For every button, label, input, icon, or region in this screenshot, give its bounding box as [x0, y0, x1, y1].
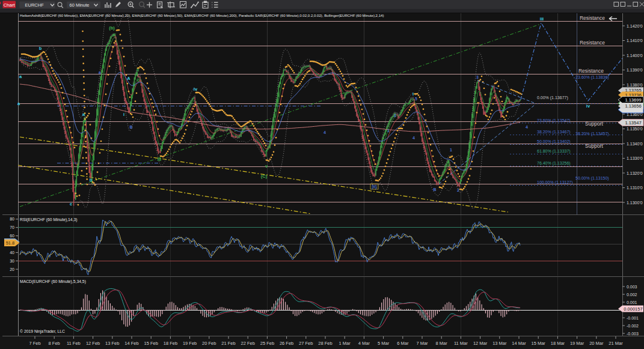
svg-text:30: 30: [10, 259, 14, 263]
svg-text:1: 1: [450, 148, 452, 152]
svg-text:76.40% (1.13256): 76.40% (1.13256): [537, 161, 571, 166]
svg-text:4: 4: [412, 136, 415, 140]
svg-text:19 Feb: 19 Feb: [183, 341, 197, 346]
svg-text:c: c: [137, 77, 140, 83]
svg-text:12 Feb: 12 Feb: [86, 341, 100, 346]
svg-text:1.1330'0: 1.1330'0: [627, 156, 643, 160]
svg-text:1.1380'0: 1.1380'0: [627, 83, 643, 87]
svg-text:Resistance: Resistance: [578, 68, 604, 74]
svg-text:22 Feb: 22 Feb: [241, 341, 255, 346]
svg-text:4 Mar: 4 Mar: [358, 341, 370, 346]
svg-text:1.1340'0: 1.1340'0: [627, 142, 643, 146]
svg-text:2: 2: [457, 188, 459, 192]
svg-text:-0.002: -0.002: [627, 324, 639, 328]
svg-text:1.13656: 1.13656: [625, 103, 641, 109]
svg-text:23.60% (1.13547): 23.60% (1.13547): [537, 118, 571, 123]
svg-text:i: i: [123, 112, 124, 117]
svg-text:80: 80: [10, 217, 14, 221]
svg-text:b: b: [39, 46, 42, 51]
svg-text:iii: iii: [158, 157, 161, 162]
svg-text:1.1410'0: 1.1410'0: [627, 38, 643, 43]
svg-text:Resistance: Resistance: [580, 15, 605, 21]
svg-text:18 Feb: 18 Feb: [164, 341, 177, 346]
svg-text:51.8: 51.8: [6, 240, 15, 246]
svg-text:40: 40: [10, 250, 14, 255]
svg-text:A: A: [127, 76, 130, 81]
svg-text:4: 4: [526, 125, 528, 129]
svg-text:c: c: [114, 32, 116, 37]
svg-text:4: 4: [324, 130, 326, 135]
svg-text:MACD(EURCHF (60 Minute),5,34,5: MACD(EURCHF (60 Minute),5,34,5): [20, 279, 86, 284]
svg-text:-0.001: -0.001: [627, 316, 639, 320]
svg-text:21 Feb: 21 Feb: [221, 341, 235, 346]
svg-text:Support: Support: [585, 121, 603, 127]
svg-text:B: B: [433, 187, 436, 192]
svg-text:1.1390'0: 1.1390'0: [627, 68, 643, 72]
svg-text:a: a: [99, 70, 101, 74]
svg-text:50.00% (1.13150): 50.00% (1.13150): [575, 176, 609, 181]
svg-text:1: 1: [387, 129, 390, 133]
svg-text:1.1300'0: 1.1300'0: [627, 201, 643, 205]
svg-text:15 Feb: 15 Feb: [144, 341, 158, 346]
svg-text:7 Feb: 7 Feb: [29, 341, 40, 346]
svg-text:b: b: [90, 177, 93, 183]
svg-text:HeikenAshi8(EURCHF (60 Minute): HeikenAshi8(EURCHF (60 Minute)), EMA(EUR…: [20, 13, 384, 17]
svg-text:(C): (C): [261, 174, 268, 179]
svg-text:5 Mar: 5 Mar: [378, 341, 390, 346]
svg-text:0.003: 0.003: [627, 285, 637, 289]
svg-text:1.1310'0: 1.1310'0: [627, 186, 643, 190]
svg-text:0.002: 0.002: [627, 293, 637, 297]
svg-text:3: 3: [394, 114, 396, 118]
svg-text:20 Mar: 20 Mar: [589, 341, 604, 346]
svg-text:i: i: [412, 91, 414, 97]
svg-text:3: 3: [476, 75, 479, 79]
svg-text:14 Mar: 14 Mar: [512, 341, 526, 346]
svg-text:20: 20: [10, 267, 14, 272]
svg-text:Chart: Chart: [4, 2, 16, 8]
svg-text:100.00% (1.13127): 100.00% (1.13127): [537, 180, 573, 185]
svg-text:Support: Support: [585, 143, 603, 149]
svg-text:8 Feb: 8 Feb: [49, 341, 60, 346]
svg-text:20 Feb: 20 Feb: [202, 341, 216, 346]
svg-text:iii: iii: [540, 16, 544, 22]
svg-text:1 Mar: 1 Mar: [339, 341, 351, 346]
svg-text:c: c: [70, 201, 72, 207]
svg-text:11 Feb: 11 Feb: [67, 341, 81, 346]
svg-text:13 Feb: 13 Feb: [105, 341, 119, 346]
svg-text:13 Mar: 13 Mar: [492, 341, 507, 346]
svg-text:iv: iv: [194, 86, 198, 92]
svg-text:27 Feb: 27 Feb: [299, 341, 313, 346]
svg-text:14 Feb: 14 Feb: [124, 341, 138, 346]
svg-text:5: 5: [415, 97, 417, 101]
svg-text:8 Mar: 8 Mar: [436, 341, 448, 346]
svg-text:ii: ii: [136, 67, 139, 73]
svg-text:1.1350'0: 1.1350'0: [627, 127, 643, 131]
svg-text:7 Mar: 7 Mar: [416, 341, 428, 346]
svg-text:25 Feb: 25 Feb: [260, 341, 274, 346]
svg-text:-0.003: -0.003: [627, 332, 639, 336]
svg-text:38.20% (1.13457): 38.20% (1.13457): [575, 132, 609, 136]
svg-text:(b): (b): [109, 25, 115, 31]
svg-text:38.20% (1.13467): 38.20% (1.13467): [537, 130, 571, 135]
svg-text:1.13547: 1.13547: [625, 120, 641, 126]
svg-text:26 Feb: 26 Feb: [280, 341, 293, 346]
svg-text:1.1320'0: 1.1320'0: [627, 171, 643, 175]
svg-text:EURCHF: EURCHF: [25, 2, 44, 8]
svg-text:12 Mar: 12 Mar: [473, 341, 488, 346]
svg-text:RSI(EURCHF (60 Minute),14,3): RSI(EURCHF (60 Minute),14,3): [20, 217, 78, 222]
svg-text:15 Mar: 15 Mar: [532, 341, 546, 346]
svg-text:Resistance: Resistance: [580, 40, 605, 46]
svg-text:28 Feb: 28 Feb: [318, 341, 332, 346]
svg-text:B: B: [129, 125, 132, 129]
svg-text:60: 60: [10, 234, 14, 238]
svg-text:21 Mar: 21 Mar: [609, 341, 623, 346]
svg-text:70: 70: [10, 225, 14, 229]
svg-text:18 Mar: 18 Mar: [551, 341, 565, 346]
svg-text:0.001: 0.001: [627, 300, 637, 305]
svg-text:0.00% (1.13677): 0.00% (1.13677): [537, 96, 568, 100]
svg-text:6 Mar: 6 Mar: [397, 341, 409, 346]
svg-text:23.60% (1.13836): 23.60% (1.13836): [575, 75, 609, 80]
svg-text:1.1420'0: 1.1420'0: [627, 24, 643, 28]
svg-text:11 Mar: 11 Mar: [454, 341, 468, 346]
svg-text:© 2019 NinjaTrader, LLC: © 2019 NinjaTrader, LLC: [20, 329, 65, 334]
